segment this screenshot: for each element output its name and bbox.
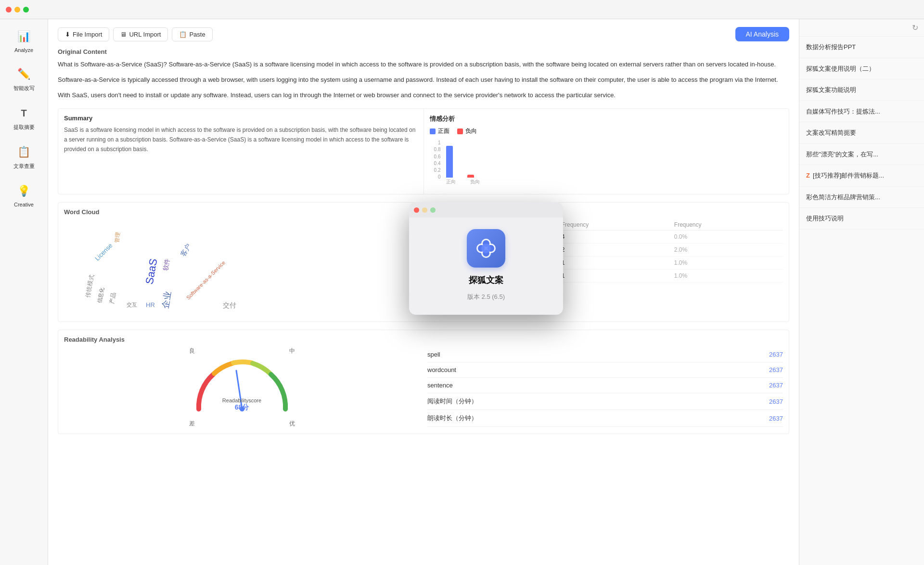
dialog-title-bar (409, 202, 563, 218)
word-cloud-word: 管理 (113, 232, 122, 244)
sidebar-item-label-extract: 提取摘要 (13, 124, 35, 131)
right-panel: ↻ 数据分析报告PPT探狐文案使用说明（二）探狐文案功能说明自媒体写作技巧：提炼… (799, 19, 924, 565)
right-panel-item-text: [技巧推荐]邮件营销标题... (813, 171, 884, 180)
stat-label: 朗读时长（分钟） (427, 414, 477, 423)
url-import-button[interactable]: 🖥 URL Import (113, 27, 168, 41)
app-icon-svg (472, 234, 500, 263)
right-panel-item[interactable]: 自媒体写作技巧：提炼法... (799, 101, 924, 123)
word-cloud-word: HR (146, 301, 155, 308)
maximize-button[interactable] (23, 7, 29, 13)
readability-stats: spell 2637 wordcount 2637 sentence 2637 … (427, 347, 783, 428)
stat-label: 阅读时间（分钟） (427, 397, 477, 406)
right-panel-item[interactable]: 数据分析报告PPT (799, 37, 924, 58)
traffic-lights (6, 7, 29, 13)
gauge-labels-bottom: 差 优 (189, 420, 295, 428)
stat-value: 2637 (769, 382, 783, 389)
right-panel-item-text: 探狐文案功能说明 (806, 85, 856, 95)
freq-pct: 1.0% (670, 257, 783, 270)
word-cloud-word: SaaS (143, 258, 160, 286)
dialog-maximize-button[interactable] (430, 207, 436, 213)
legend-negative-label: 负向 (465, 127, 477, 135)
gauge-score-val: 68分 (222, 403, 261, 412)
gauge-label-you: 优 (289, 420, 295, 428)
legend-negative: 负向 (457, 127, 477, 135)
url-import-label: URL Import (129, 31, 161, 38)
word-cloud-word: 企业 (159, 290, 174, 309)
right-panel-item[interactable]: Z[技巧推荐]邮件营销标题... (799, 165, 924, 187)
right-panel-item-text: 探狐文案使用说明（二） (806, 64, 875, 74)
z-badge: Z (806, 171, 810, 180)
sidebar-item-rewrite[interactable]: ✏️ 智能改写 (5, 62, 43, 96)
readability-title: Readability Analysis (64, 336, 783, 343)
gauge-svg: Readabilityscore 68分 (189, 356, 295, 419)
sidebar-item-extract[interactable]: T 提取摘要 (5, 101, 43, 135)
freq-col-count: Frequency (558, 219, 670, 231)
stat-row: 阅读时间（分钟） 2637 (427, 393, 783, 410)
summary-text: SaaS is a software licensing model in wh… (64, 126, 418, 154)
word-cloud-word: 产品 (108, 292, 118, 305)
freq-count: 1 (558, 257, 670, 270)
sidebar-item-creative[interactable]: 💡 Creative (5, 179, 43, 211)
analyze-icon: 📊 (15, 28, 33, 45)
freq-pct: 1.0% (670, 270, 783, 282)
right-panel-item[interactable]: 使用技巧说明 (799, 208, 924, 230)
legend-negative-dot (457, 128, 463, 134)
paste-button[interactable]: 📋 Paste (172, 27, 212, 41)
freq-count: 4 (558, 231, 670, 244)
stat-label: sentence (427, 382, 453, 389)
original-content-para-3: With SaaS, users don't need to install o… (58, 90, 789, 101)
sidebar-item-analyze[interactable]: 📊 Analyze (5, 24, 43, 57)
ai-analysis-button[interactable]: AI Analysis (735, 27, 789, 41)
dialog-minimize-button[interactable] (422, 207, 427, 213)
sidebar-item-label-creative: Creative (14, 202, 34, 207)
freq-count: 1 (558, 270, 670, 282)
minimize-button[interactable] (14, 7, 20, 13)
creative-icon: 💡 (15, 182, 33, 200)
right-panel-item-text: 自媒体写作技巧：提炼法... (806, 107, 880, 116)
dialog-version: 版本 2.5 (6.5) (467, 293, 505, 301)
app-icon (467, 229, 505, 268)
sidebar-item-label-check: 文章查重 (13, 163, 35, 170)
right-panel-header: ↻ (799, 19, 924, 37)
stat-label: wordcount (427, 366, 456, 373)
legend-positive: 正面 (430, 127, 449, 135)
dialog-app-name: 探狐文案 (469, 274, 503, 286)
ai-analysis-label: AI Analysis (746, 30, 779, 38)
close-button[interactable] (6, 7, 12, 13)
analysis-row: Summary SaaS is a software licensing mod… (58, 108, 789, 194)
sidebar-item-check[interactable]: 📋 文章查重 (5, 140, 43, 174)
chart-bar-negative (467, 175, 474, 178)
summary-box: Summary SaaS is a software licensing mod… (58, 109, 424, 194)
right-panel-item[interactable]: 探狐文案功能说明 (799, 79, 924, 101)
dialog-close-button[interactable] (414, 207, 419, 213)
file-import-icon: ⬇ (65, 31, 70, 38)
file-import-button[interactable]: ⬇ File Import (58, 27, 109, 41)
rewrite-icon: ✏️ (15, 65, 33, 83)
legend-positive-dot (430, 128, 436, 134)
toolbar: ⬇ File Import 🖥 URL Import 📋 Paste AI An… (58, 27, 789, 41)
sentiment-legend: 正面 负向 (430, 127, 783, 135)
sentiment-title: 情感分析 (430, 115, 783, 123)
refresh-icon[interactable]: ↻ (912, 23, 918, 32)
about-dialog[interactable]: 探狐文案 版本 2.5 (6.5) (409, 202, 563, 315)
word-cloud-word: Software-as-a-Service (185, 260, 226, 301)
chart-y-labels: 10.80.60.40.20 (430, 140, 442, 180)
freq-pct: 0.0% (670, 231, 783, 244)
original-content-body: What is Software-as-a-Service (SaaS)? So… (58, 59, 789, 101)
word-cloud-word: 信息化 (96, 287, 106, 304)
gauge-label-cha: 差 (189, 420, 195, 428)
summary-title: Summary (64, 115, 418, 122)
right-panel-item-text: 使用技巧说明 (806, 214, 844, 223)
right-panel-item-text: 数据分析报告PPT (806, 42, 856, 52)
word-cloud-word: 软件 (161, 258, 172, 272)
right-panel-item-text: 文案改写精简扼要 (806, 128, 856, 138)
gauge-wrap: 良 中 (64, 347, 420, 428)
right-panel-item[interactable]: 那些"漂亮"的文案，在写... (799, 144, 924, 166)
title-bar (0, 0, 924, 19)
gauge-labels-top: 良 中 (189, 347, 295, 355)
right-panel-item[interactable]: 彩色简洁方框品牌营销策... (799, 187, 924, 208)
dialog-body: 探狐文案 版本 2.5 (6.5) (409, 218, 563, 315)
right-panel-item[interactable]: 探狐文案使用说明（二） (799, 58, 924, 80)
stat-row: sentence 2637 (427, 378, 783, 393)
right-panel-item[interactable]: 文案改写精简扼要 (799, 122, 924, 144)
